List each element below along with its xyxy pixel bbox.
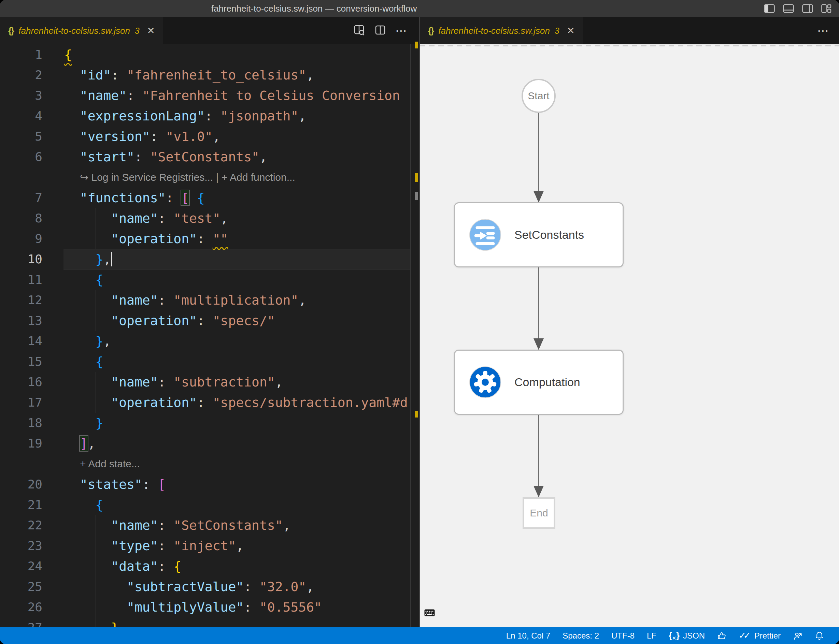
warning-marker	[415, 173, 418, 182]
code-line-2[interactable]: 2 "id": "fahrenheit_to_celsius",	[0, 65, 410, 85]
toggle-primary-sidebar-icon[interactable]	[764, 4, 775, 13]
code-line-22[interactable]: 22 "name": "SetConstants",	[0, 515, 410, 536]
status-bar: Ln 10, Col 7 Spaces: 2 UTF-8 LF {✕} JSON…	[0, 627, 839, 644]
workflow-edges	[420, 44, 839, 627]
feedback-smiley[interactable]	[717, 631, 726, 640]
code-line-21[interactable]: 21 {	[0, 495, 410, 515]
code-line-24[interactable]: 24 "data": {	[0, 556, 410, 577]
code-line-11[interactable]: 11 {	[0, 269, 410, 290]
line-number: 17	[0, 392, 42, 413]
workflow-diagram-canvas[interactable]: Start SetConstants	[420, 44, 839, 627]
line-number: 25	[0, 577, 42, 597]
line-number: 27	[0, 618, 42, 627]
code-line-3[interactable]: 3 "name": "Fahrenheit to Celsius Convers…	[0, 85, 410, 106]
notifications-bell-icon[interactable]	[815, 631, 824, 640]
cursor-position-status[interactable]: Ln 10, Col 7	[506, 631, 550, 641]
editor-rows: 1{2 "id": "fahrenheit_to_celsius",3 "nam…	[0, 44, 410, 627]
line-number: 23	[0, 536, 42, 556]
tab-right-fahrenheit-json[interactable]: {} fahrenheit-to-celsius.sw.json 3 ✕	[420, 17, 583, 44]
code-line-18[interactable]: 18 }	[0, 413, 410, 433]
tab-problems-badge: 3	[135, 26, 140, 36]
node-setconstants[interactable]: SetConstants	[454, 202, 624, 268]
code-line-4[interactable]: 4 "expressionLang": "jsonpath",	[0, 106, 410, 126]
code-text: "states": [	[64, 474, 166, 495]
code-line-6[interactable]: 6 "start": "SetConstants",	[0, 147, 410, 167]
line-number: 12	[0, 290, 42, 310]
json-code-editor[interactable]: 1{2 "id": "fahrenheit_to_celsius",3 "nam…	[0, 44, 419, 627]
node-start[interactable]: Start	[522, 79, 556, 113]
line-number: 19	[0, 433, 42, 453]
node-end[interactable]: End	[523, 497, 555, 529]
tab-left-fahrenheit-json[interactable]: {} fahrenheit-to-celsius.sw.json 3 ✕	[0, 17, 163, 44]
code-text: },	[64, 331, 111, 352]
codelens-row[interactable]: ↪ Log in Service Registries... | + Add f…	[0, 167, 410, 187]
language-status[interactable]: {✕} JSON	[669, 631, 705, 641]
code-line-25[interactable]: 25 "subtractValue": "32.0",	[0, 577, 410, 597]
code-line-15[interactable]: 15 {	[0, 352, 410, 372]
line-number: 13	[0, 310, 42, 331]
warning-marker	[415, 42, 418, 48]
line-number: 1	[0, 44, 42, 65]
scroll-marker	[415, 192, 418, 200]
code-text: "operation": ""	[64, 228, 228, 249]
code-line-1[interactable]: 1{	[0, 44, 410, 65]
code-line-12[interactable]: 12 "name": "multiplication",	[0, 290, 410, 310]
open-preview-side-icon[interactable]	[354, 24, 365, 37]
code-line-7[interactable]: 7 "functions": [ {	[0, 187, 410, 208]
code-line-20[interactable]: 20 "states": [	[0, 474, 410, 495]
code-text: "name": "subtraction",	[64, 372, 283, 392]
line-number: 11	[0, 269, 42, 290]
code-text: "operation": "specs/"	[64, 310, 275, 331]
json-file-icon: {}	[8, 26, 14, 36]
indentation-status[interactable]: Spaces: 2	[562, 631, 599, 641]
code-text: "data": {	[64, 556, 181, 577]
node-computation[interactable]: Computation	[454, 350, 624, 415]
tab-close-icon[interactable]: ✕	[147, 25, 155, 36]
tab-close-icon[interactable]: ✕	[567, 25, 575, 36]
formatter-status[interactable]: ✓✓ Prettier	[738, 630, 781, 641]
codelens-link[interactable]: + Add state...	[80, 453, 140, 474]
code-line-14[interactable]: 14 },	[0, 331, 410, 352]
code-line-16[interactable]: 16 "name": "subtraction",	[0, 372, 410, 392]
line-number: 8	[0, 208, 42, 228]
more-actions-icon[interactable]: ⋯	[817, 17, 829, 44]
remote-user-icon[interactable]	[793, 631, 803, 641]
code-line-27[interactable]: 27 },	[0, 618, 410, 627]
code-line-5[interactable]: 5 "version": "v1.0",	[0, 126, 410, 147]
line-number: 5	[0, 126, 42, 147]
code-line-17[interactable]: 17 "operation": "specs/subtraction.yaml#…	[0, 392, 410, 413]
code-line-13[interactable]: 13 "operation": "specs/"	[0, 310, 410, 331]
json-file-icon: {}	[428, 26, 434, 36]
code-text: "name": "SetConstants",	[64, 515, 291, 536]
code-line-8[interactable]: 8 "name": "test",	[0, 208, 410, 228]
line-number: 2	[0, 65, 42, 85]
customize-layout-icon[interactable]	[821, 4, 831, 13]
code-text: {	[64, 352, 103, 372]
gear-icon	[469, 366, 501, 398]
keyboard-shortcuts-icon[interactable]	[424, 609, 435, 618]
code-line-19[interactable]: 19 ],	[0, 433, 410, 453]
code-text: "functions": [ {	[64, 187, 205, 208]
code-line-23[interactable]: 23 "type": "inject",	[0, 536, 410, 556]
inject-icon	[469, 219, 501, 251]
codelens-link[interactable]: ↪ Log in Service Registries... | + Add f…	[80, 167, 295, 187]
code-line-9[interactable]: 9 "operation": ""	[0, 228, 410, 249]
left-tab-bar: {} fahrenheit-to-celsius.sw.json 3 ✕ ⋯	[0, 17, 419, 44]
code-text: "multiplyValue": "0.5556"	[64, 597, 322, 618]
line-number: 10	[0, 249, 42, 269]
code-line-10[interactable]: 10 },	[0, 249, 410, 269]
toggle-secondary-sidebar-icon[interactable]	[802, 4, 813, 13]
toggle-panel-icon[interactable]	[783, 4, 794, 13]
overview-ruler[interactable]	[410, 44, 420, 627]
code-text: {	[64, 44, 72, 65]
split-editor-icon[interactable]	[375, 25, 386, 37]
code-text: "id": "fahrenheit_to_celsius",	[64, 65, 314, 85]
line-number: 22	[0, 515, 42, 536]
code-text: {	[64, 269, 103, 290]
encoding-status[interactable]: UTF-8	[612, 631, 635, 641]
more-actions-icon[interactable]: ⋯	[395, 17, 407, 44]
eol-status[interactable]: LF	[647, 631, 656, 641]
code-text: "start": "SetConstants",	[64, 147, 267, 167]
codelens-row[interactable]: + Add state...	[0, 453, 410, 474]
code-line-26[interactable]: 26 "multiplyValue": "0.5556"	[0, 597, 410, 618]
